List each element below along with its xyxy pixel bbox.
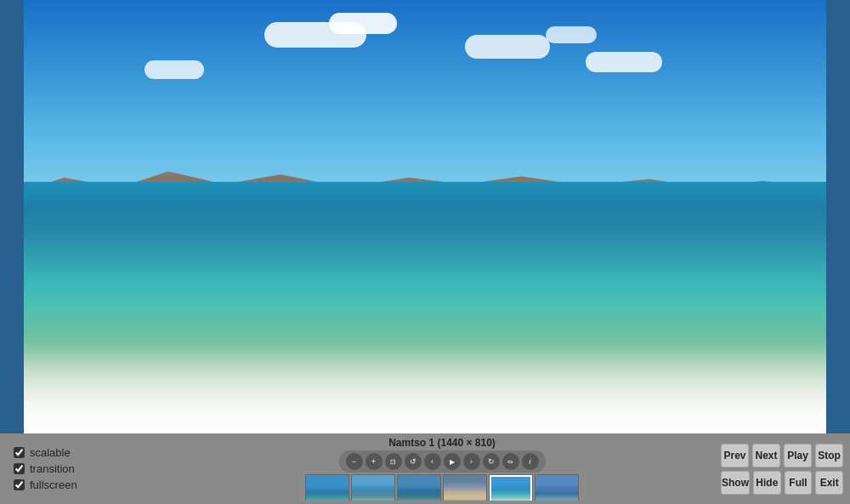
transition-checkbox[interactable] <box>14 463 25 474</box>
transition-label: transition <box>30 462 75 475</box>
stop-ctrl-button[interactable]: Stop <box>815 444 843 467</box>
side-panel-left <box>0 0 24 433</box>
thumbnail-1[interactable] <box>305 474 349 501</box>
thumbnail-3[interactable] <box>397 474 441 501</box>
main-image-container <box>24 0 826 433</box>
fullscreen-checkbox[interactable] <box>14 479 25 490</box>
scalable-option[interactable]: scalable <box>14 446 156 459</box>
rotate-left-button[interactable]: ↺ <box>405 453 422 470</box>
fullscreen-label: fullscreen <box>30 479 77 491</box>
image-title: Namtso 1 (1440 × 810) <box>388 437 496 449</box>
zoom-out-button[interactable]: − <box>346 453 363 470</box>
cloud-5 <box>586 52 662 72</box>
main-image <box>24 0 826 433</box>
thumbnails <box>305 474 579 501</box>
play-ctrl-button[interactable]: Play <box>784 444 812 467</box>
sky-layer <box>24 0 826 195</box>
control-row-1: Prev Next Play Stop <box>721 444 843 467</box>
flip-button[interactable]: ⇔ <box>502 453 519 470</box>
next-button[interactable]: › <box>463 453 480 470</box>
prev-ctrl-button[interactable]: Prev <box>721 444 749 467</box>
play-button[interactable]: ▶ <box>444 453 461 470</box>
cloud-2 <box>329 13 397 34</box>
thumbnail-2[interactable] <box>351 474 395 501</box>
center-panel: Namtso 1 (1440 × 810) − + ⊡ ↺ ‹ ▶ › ↻ ⇔ … <box>170 433 714 504</box>
scalable-checkbox[interactable] <box>14 447 25 458</box>
actual-size-button[interactable]: ⊡ <box>385 453 402 470</box>
bottom-area: scalable transition fullscreen Namtso 1 … <box>0 433 850 504</box>
full-ctrl-button[interactable]: Full <box>785 471 813 495</box>
side-panel-right <box>826 0 850 433</box>
hide-ctrl-button[interactable]: Hide <box>753 471 781 495</box>
cloud-3 <box>465 35 550 59</box>
cloud-6 <box>144 60 204 79</box>
exit-ctrl-button[interactable]: Exit <box>815 471 843 495</box>
show-ctrl-button[interactable]: Show <box>721 471 750 495</box>
thumbnail-6[interactable] <box>535 474 579 501</box>
right-panel: Prev Next Play Stop Show Hide Full Exit <box>714 433 850 504</box>
wave-foam <box>24 347 826 433</box>
thumbnail-4[interactable] <box>443 474 487 501</box>
zoom-in-button[interactable]: + <box>366 453 382 470</box>
cloud-4 <box>546 26 597 43</box>
scalable-label: scalable <box>30 446 71 459</box>
options-panel: scalable transition fullscreen <box>0 433 170 504</box>
transition-option[interactable]: transition <box>14 462 156 475</box>
prev-button[interactable]: ‹ <box>424 453 441 470</box>
toolbar: − + ⊡ ↺ ‹ ▶ › ↻ ⇔ i <box>339 450 546 473</box>
fullscreen-option[interactable]: fullscreen <box>14 479 156 491</box>
rotate-right-button[interactable]: ↻ <box>483 453 500 470</box>
next-ctrl-button[interactable]: Next <box>752 444 780 467</box>
control-row-2: Show Hide Full Exit <box>721 471 843 495</box>
info-button[interactable]: i <box>522 453 539 470</box>
thumbnail-5-active[interactable] <box>489 474 533 501</box>
